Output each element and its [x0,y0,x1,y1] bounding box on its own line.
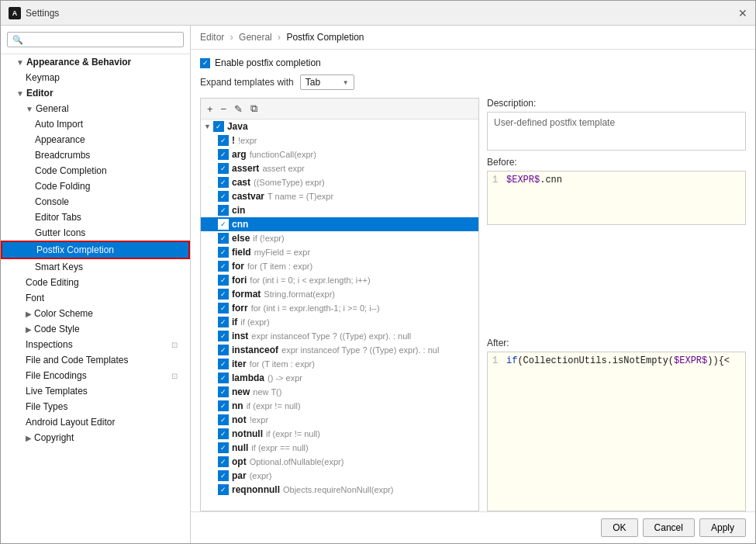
breadcrumb-sep2: › [278,32,283,43]
java-label: Java [227,121,248,132]
chevron-down-icon: ▼ [343,79,349,86]
cancel-button[interactable]: Cancel [643,518,695,537]
template-item-castvar[interactable]: castvar T name = (T)expr [201,189,478,203]
sidebar: 🔍 ▼Appearance & Behavior Keymap ▼Editor … [1,26,191,543]
template-item-format[interactable]: format String.format(expr) [201,287,478,301]
sidebar-item-font[interactable]: Font [1,290,190,306]
expand-dropdown[interactable]: Tab ▼ [300,74,354,90]
before-code-box: 1 $EXPR$$EXPR$.cnn.cnn [487,171,746,225]
expand-row: Expand templates with Tab ▼ [200,74,746,90]
sidebar-item-general[interactable]: ▼General [1,101,190,116]
breadcrumb-current: Postfix Completion [286,32,364,43]
template-item-arg[interactable]: arg functionCall(expr) [201,147,478,161]
after-title: After: [487,338,746,348]
sidebar-item-color-scheme[interactable]: ▶Color Scheme [1,306,190,321]
description-text: User-defined postfix template [494,117,615,128]
main-content-area: Enable postfix completion Expand templat… [191,50,755,511]
templates-panel: + − ✎ ⧉ ▼ Java [200,98,479,511]
template-item-new[interactable]: new new T() [201,385,478,399]
sidebar-item-live-templates[interactable]: Live Templates [1,383,190,399]
sidebar-item-breadcrumbs[interactable]: Breadcrumbs [1,147,190,163]
java-arrow: ▼ [204,123,211,130]
template-item-cin[interactable]: cin [201,203,478,217]
template-item-opt[interactable]: opt Optional.ofNullable(expr) [201,455,478,469]
sidebar-item-copyright[interactable]: ▶Copyright [1,430,190,445]
before-section: Before: 1 $EXPR$$EXPR$.cnn.cnn [487,157,746,331]
breadcrumb: Editor › General › Postfix Completion [191,26,755,50]
breadcrumb-editor: Editor [200,32,224,43]
sidebar-item-android-layout-editor[interactable]: Android Layout Editor [1,414,190,430]
remove-button[interactable]: − [218,101,230,116]
template-item-if[interactable]: if if (expr) [201,315,478,329]
split-area: + − ✎ ⧉ ▼ Java [200,98,746,511]
apply-button[interactable]: Apply [699,518,746,537]
template-item-par[interactable]: par (expr) [201,469,478,483]
title-bar: A Settings ✕ [1,1,755,26]
template-item-iter[interactable]: iter for (T item : expr) [201,357,478,371]
template-item-instanceof[interactable]: instanceof expr instanceof Type ? ((Type… [201,343,478,357]
add-button[interactable]: + [204,101,216,116]
search-box: 🔍 [1,26,190,54]
breadcrumb-sep1: › [230,32,236,43]
description-box: User-defined postfix template [487,112,746,151]
search-container[interactable]: 🔍 [7,32,184,47]
template-item-reqnonnull[interactable]: reqnonnull Objects.requireNonNull(expr) [201,483,478,497]
template-item-fori[interactable]: fori for (int i = 0; i < expr.length; i+… [201,273,478,287]
sidebar-item-editor-tabs[interactable]: Editor Tabs [1,210,190,225]
template-item-nn[interactable]: nn if (expr != null) [201,399,478,413]
sidebar-item-keymap[interactable]: Keymap [1,70,190,85]
java-group[interactable]: ▼ Java [201,120,478,133]
copy-button[interactable]: ⧉ [247,101,261,116]
before-title: Before: [487,157,746,168]
template-item-lambda[interactable]: lambda () -> expr [201,371,478,385]
sidebar-item-smart-keys[interactable]: Smart Keys [1,259,190,275]
close-button[interactable]: ✕ [738,7,747,19]
templates-toolbar: + − ✎ ⧉ [201,99,478,120]
template-item-else[interactable]: else if (!expr) [201,231,478,245]
template-item-field[interactable]: field myField = expr [201,245,478,259]
template-item-cast[interactable]: cast ((SomeType) expr) [201,175,478,189]
sidebar-item-editor[interactable]: ▼Editor [1,85,190,101]
breadcrumb-general: General [239,32,272,43]
enable-checkbox[interactable] [200,58,210,68]
inspections-icon: ⊡ [171,341,178,349]
sidebar-item-postfix-completion[interactable]: Postfix Completion [1,241,190,259]
file-encodings-icon: ⊡ [171,372,178,380]
template-item-cnn[interactable]: cnn [201,217,478,231]
app-icon: A [9,7,21,19]
template-item-notnull[interactable]: notnull if (expr != null) [201,427,478,441]
main-panel: Editor › General › Postfix Completion En… [191,26,755,543]
after-section: After: 1 if(CollectionUtils.isNotEmpty($… [487,338,746,512]
sidebar-item-appearance-behavior[interactable]: ▼Appearance & Behavior [1,54,190,70]
template-item-forr[interactable]: forr for (int i = expr.length-1; i >= 0;… [201,301,478,315]
template-item-inst[interactable]: inst expr instanceof Type ? ((Type) expr… [201,329,478,343]
description-title: Description: [487,98,746,109]
after-code-box: 1 if(CollectionUtils.isNotEmpty($EXPR$))… [487,352,746,512]
main-layout: 🔍 ▼Appearance & Behavior Keymap ▼Editor … [1,26,755,543]
java-checkbox[interactable] [213,121,224,132]
template-item-assert[interactable]: assert assert expr [201,161,478,175]
sidebar-item-auto-import[interactable]: Auto Import [1,116,190,132]
sidebar-item-file-code-templates[interactable]: File and Code Templates [1,352,190,368]
sidebar-item-console[interactable]: Console [1,194,190,210]
sidebar-item-code-completion[interactable]: Code Completion [1,163,190,178]
template-item-for[interactable]: for for (T item : expr) [201,259,478,273]
sidebar-item-code-editing[interactable]: Code Editing [1,275,190,290]
ok-button[interactable]: OK [601,518,637,537]
sidebar-item-gutter-icons[interactable]: Gutter Icons [1,225,190,241]
template-item-not[interactable]: not !expr [201,413,478,427]
edit-button[interactable]: ✎ [231,101,246,116]
template-item-excl[interactable]: ! !expr [201,133,478,147]
sidebar-item-file-encodings[interactable]: File Encodings ⊡ [1,368,190,383]
sidebar-item-code-folding[interactable]: Code Folding [1,178,190,194]
templates-list: ▼ Java ! !expr [201,120,478,511]
sidebar-item-file-types[interactable]: File Types [1,399,190,414]
sidebar-item-inspections[interactable]: Inspections ⊡ [1,337,190,352]
expand-label: Expand templates with [200,77,294,88]
search-icon: 🔍 [12,35,23,45]
sidebar-item-appearance[interactable]: Appearance [1,132,190,147]
sidebar-item-code-style[interactable]: ▶Code Style [1,321,190,337]
description-panel: Description: User-defined postfix templa… [479,98,746,511]
search-input[interactable] [26,34,178,45]
template-item-null[interactable]: null if (expr == null) [201,441,478,455]
